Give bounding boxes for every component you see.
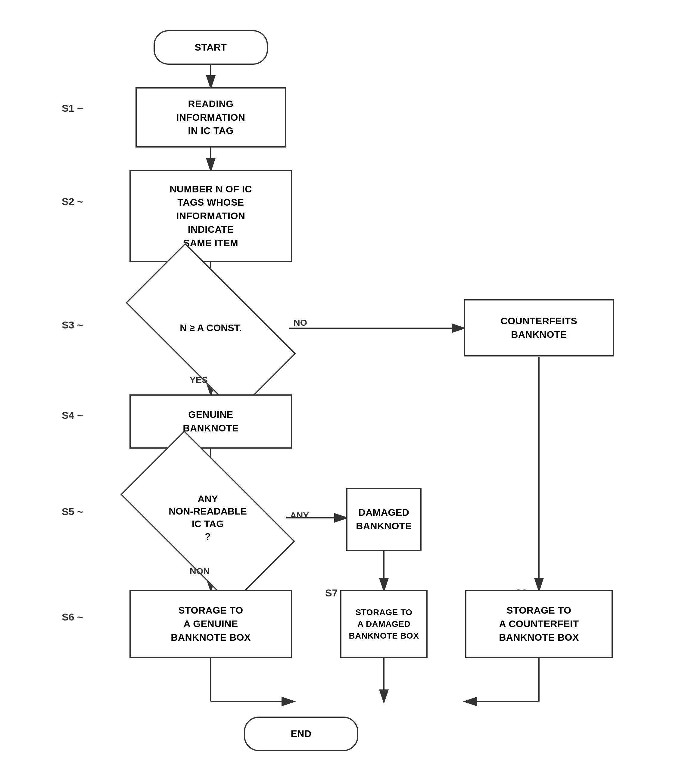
s6-label: STORAGE TOA GENUINEBANKNOTE BOX (171, 604, 251, 644)
counterfeits-node: COUNTERFEITSBANKNOTE (464, 299, 614, 356)
s2-node: NUMBER N OF ICTAGS WHOSEINFORMATIONINDIC… (130, 170, 292, 262)
s4-label: GENUINEBANKNOTE (183, 408, 239, 435)
s8-node: STORAGE TOA COUNTERFEITBANKNOTE BOX (465, 590, 613, 658)
end-node: END (244, 716, 358, 751)
s7-label: STORAGE TOA DAMAGEDBANKNOTE BOX (349, 606, 419, 642)
non-label: NON (190, 566, 210, 576)
start-node: START (153, 30, 268, 65)
s3-label: N ≥ A CONST. (180, 322, 242, 334)
s5-step-label: S5 ~ (62, 506, 83, 517)
s4-step-label: S4 ~ (62, 410, 83, 421)
damaged-label: DAMAGEDBANKNOTE (356, 506, 411, 533)
s1-label: READINGINFORMATIONIN IC TAG (176, 97, 245, 138)
s6-node: STORAGE TOA GENUINEBANKNOTE BOX (130, 590, 292, 658)
s7-node: STORAGE TOA DAMAGEDBANKNOTE BOX (340, 590, 428, 658)
s8-label: STORAGE TOA COUNTERFEITBANKNOTE BOX (499, 604, 579, 644)
s6-step-label: S6 ~ (62, 611, 83, 623)
s2-step-label: S2 ~ (62, 196, 83, 208)
no-label: NO (293, 318, 307, 328)
s3-diamond: N ≥ A CONST. (132, 286, 289, 370)
counterfeits-label: COUNTERFEITSBANKNOTE (501, 314, 578, 341)
arrows-svg (0, 0, 688, 784)
end-label: END (291, 727, 311, 741)
damaged-node: DAMAGEDBANKNOTE (346, 488, 421, 551)
s1-node: READINGINFORMATIONIN IC TAG (135, 87, 286, 148)
s4-node: GENUINEBANKNOTE (130, 394, 292, 449)
s3-step-label: S3 ~ (62, 319, 83, 331)
any-label: ANY (290, 510, 309, 520)
s5-label: ANYNON-READABLEIC TAG? (169, 493, 247, 543)
yes-label: YES (190, 375, 208, 385)
flowchart: START S1 ~ READINGINFORMATIONIN IC TAG S… (0, 0, 688, 784)
s5-diamond: ANYNON-READABLEIC TAG? (130, 473, 286, 563)
start-label: START (195, 41, 227, 54)
s2-label: NUMBER N OF ICTAGS WHOSEINFORMATIONINDIC… (170, 183, 252, 250)
s1-step-label: S1 ~ (62, 102, 83, 114)
